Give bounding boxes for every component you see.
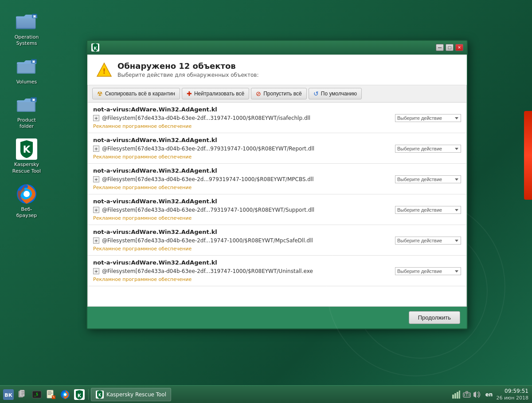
svg-point-17 <box>23 191 30 197</box>
threat-name: not-a-virus:AdWare.Win32.AdAgent.kl <box>93 229 461 235</box>
dialog-header-text: Обнаружено 12 объектов Выберите действие… <box>117 61 258 78</box>
threat-category: Рекламное программное обеспечение <box>93 185 461 190</box>
action-select[interactable]: Выберите действиеСкопировать в карантинН… <box>395 237 461 245</box>
desktop-icon-web-browser[interactable]: Веб-браузер <box>9 181 44 221</box>
svg-rect-6 <box>18 64 35 73</box>
maximize-button[interactable]: □ <box>446 44 454 51</box>
skip-all-button[interactable]: ⊘ Пропустить всё <box>251 88 307 99</box>
default-label: По умолчанию <box>321 91 357 97</box>
action-bar: ☢ Скопировать всё в карантин ✚ Нейтрализ… <box>87 85 467 103</box>
threat-item: not-a-virus:AdWare.Win32.AdAgent.kl + @F… <box>88 194 466 225</box>
threat-category: Рекламное программное обеспечение <box>93 154 461 160</box>
firefox-icon <box>16 183 37 205</box>
threat-category: Рекламное программное обеспечение <box>93 123 461 129</box>
expand-button[interactable]: + <box>93 268 99 274</box>
action-select[interactable]: Выберите действиеСкопировать в карантинН… <box>395 114 461 122</box>
svg-marker-54 <box>473 391 476 398</box>
tray-network-icon[interactable] <box>452 390 461 399</box>
action-select[interactable]: Выберите действиеСкопировать в карантинН… <box>395 145 461 153</box>
threat-item: not-a-virus:AdWare.Win32.AdAgent.kl + @F… <box>88 164 466 194</box>
threat-path: @Filesystem[67de433a-d04b-63ee-2df...319… <box>102 268 392 274</box>
dialog-title: Обнаружено 12 объектов <box>117 61 258 71</box>
taskbar-kaspersky-icon[interactable]: K <box>73 388 86 401</box>
svg-text:_$: _$ <box>34 392 38 396</box>
svg-text:▣: ▣ <box>33 14 36 18</box>
neutralize-all-label: Нейтрализовать всё <box>194 91 244 97</box>
web-browser-label: Веб-браузер <box>11 206 42 219</box>
tray-volume-icon[interactable] <box>473 390 482 399</box>
dialog-subtitle: Выберите действие для обнаруженных объек… <box>117 72 258 78</box>
threat-path: @Filesystem[67de433a-d04b-63ee-2df...319… <box>102 115 392 121</box>
default-icon: ↺ <box>313 90 319 97</box>
operation-systems-icon: ▣ <box>16 11 37 32</box>
tray-network2-icon[interactable] <box>462 390 471 399</box>
taskbar-terminal-icon[interactable]: _$ <box>30 388 43 401</box>
expand-button[interactable]: + <box>93 237 99 244</box>
skip-all-label: Пропустить всё <box>263 91 302 97</box>
threats-list[interactable]: not-a-virus:AdWare.Win32.AdAgent.kl + @F… <box>87 103 467 307</box>
threat-name: not-a-virus:AdWare.Win32.AdAgent.kl <box>93 259 461 266</box>
language-indicator[interactable]: en <box>485 391 493 398</box>
expand-button[interactable]: + <box>93 176 99 182</box>
threat-path-row: + @Filesystem[67de433a-d04b-63ee-2df...7… <box>93 206 461 214</box>
taskbar-kaspersky-app[interactable]: K Kaspersky Rescue Tool <box>91 388 171 401</box>
desktop: ▣ Operation Systems <box>0 0 532 403</box>
taskbar-files-icon[interactable] <box>16 388 29 401</box>
threat-path: @Filesystem[67de433a-d04b-63ee-2df...197… <box>102 237 392 244</box>
svg-rect-32 <box>48 391 51 392</box>
operation-systems-label: Operation Systems <box>11 34 42 47</box>
svg-text:K: K <box>78 393 82 399</box>
svg-text:K: K <box>23 144 31 155</box>
expand-button[interactable]: + <box>93 115 99 121</box>
svg-text:▣: ▣ <box>32 98 35 102</box>
action-select[interactable]: Выберите действиеСкопировать в карантинН… <box>395 175 461 183</box>
taskbar: ВК _$ <box>0 385 532 403</box>
taskbar-separator <box>88 389 89 400</box>
threat-path-row: + @Filesystem[67de433a-d04b-63ee-2df...9… <box>93 145 461 153</box>
svg-text:K: K <box>98 393 102 397</box>
svg-text:!: ! <box>102 67 106 75</box>
kaspersky-label: Kaspersky Rescue Tool <box>11 162 42 174</box>
clock-date: 26 июн 2018 <box>496 395 528 401</box>
action-select[interactable]: Выберите действиеСкопировать в карантинН… <box>395 267 461 275</box>
svg-text:ВК: ВК <box>4 392 12 398</box>
desktop-icon-kaspersky[interactable]: K Kaspersky Rescue Tool <box>9 136 44 177</box>
threat-item: not-a-virus:AdWare.Win32.AdAgent.kl + @F… <box>88 225 466 256</box>
action-select[interactable]: Выберите действиеСкопировать в карантинН… <box>395 206 461 214</box>
dialog-header: ! Обнаружено 12 объектов Выберите действ… <box>87 55 467 85</box>
default-button[interactable]: ↺ По умолчанию <box>309 88 362 99</box>
taskbar-app-label: Kaspersky Rescue Tool <box>106 391 166 398</box>
svg-rect-10 <box>18 102 35 111</box>
neutralize-all-button[interactable]: ✚ Нейтрализовать всё <box>182 88 249 99</box>
svg-rect-33 <box>48 393 52 394</box>
taskbar-firefox-icon[interactable] <box>59 388 72 401</box>
taskbar-editor-icon[interactable]: ✎ <box>44 388 58 401</box>
threat-path-row: + @Filesystem[67de433a-d04b-63ee-2d...97… <box>93 175 461 183</box>
expand-button[interactable]: + <box>93 146 99 152</box>
threat-item: not-a-virus:AdWare.Win32.AdAgent.kl + @F… <box>88 133 466 164</box>
svg-rect-34 <box>48 394 51 395</box>
clock-time: 09:59:51 <box>496 388 528 395</box>
threat-category: Рекламное программное обеспечение <box>93 215 461 221</box>
desktop-icon-product-folder[interactable]: ▣ Product folder <box>9 92 44 132</box>
threat-name: not-a-virus:AdWare.Win32.AdAgent.kl <box>93 106 461 113</box>
desktop-icon-operation-systems[interactable]: ▣ Operation Systems <box>9 9 44 49</box>
desktop-icon-volumes[interactable]: ▣ Volumes <box>9 54 44 87</box>
continue-button[interactable]: Продолжить <box>409 311 460 324</box>
threat-name: not-a-virus:AdWare.Win32.AdAgent.kl <box>93 137 461 143</box>
quarantine-all-button[interactable]: ☢ Скопировать всё в карантин <box>92 88 180 99</box>
clock: 09:59:51 26 июн 2018 <box>496 388 528 401</box>
close-button[interactable]: ✕ <box>455 44 463 51</box>
svg-rect-47 <box>459 391 460 399</box>
taskbar-left: ВК _$ <box>0 388 173 401</box>
taskbar-vk-icon[interactable]: ВК <box>2 388 15 401</box>
svg-point-39 <box>64 393 66 396</box>
kaspersky-logo-icon: K <box>91 43 100 52</box>
svg-rect-26 <box>21 391 25 392</box>
svg-rect-46 <box>457 392 458 399</box>
svg-text:▣: ▣ <box>32 59 35 63</box>
expand-button[interactable]: + <box>93 207 99 213</box>
minimize-button[interactable]: — <box>436 44 444 51</box>
dialog-footer: Продолжить <box>87 307 467 328</box>
system-tray <box>452 390 482 399</box>
